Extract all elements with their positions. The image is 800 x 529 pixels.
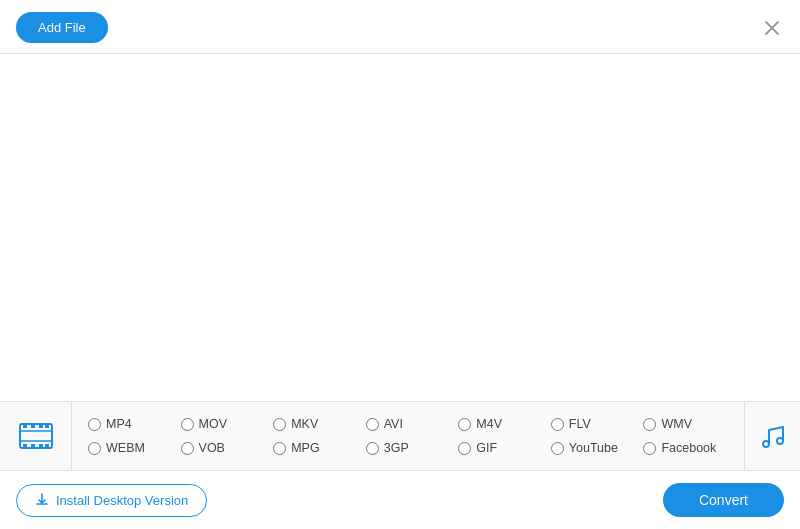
download-icon (35, 493, 49, 507)
format-option-mov[interactable]: MOV (177, 414, 270, 434)
format-option-mpg[interactable]: MPG (269, 438, 362, 458)
svg-point-15 (777, 438, 783, 444)
format-option-mp4[interactable]: MP4 (84, 414, 177, 434)
format-option-3gp[interactable]: 3GP (362, 438, 455, 458)
svg-rect-9 (45, 424, 49, 428)
svg-rect-7 (31, 424, 35, 428)
svg-rect-13 (45, 444, 49, 448)
close-button[interactable] (760, 16, 784, 40)
svg-rect-6 (23, 424, 27, 428)
film-icon (18, 418, 54, 454)
format-option-m4v[interactable]: M4V (454, 414, 547, 434)
svg-point-14 (763, 441, 769, 447)
app-container: Add File (0, 0, 800, 529)
format-option-facebook[interactable]: Facebook (639, 438, 732, 458)
svg-rect-12 (39, 444, 43, 448)
install-label: Install Desktop Version (56, 493, 188, 508)
svg-rect-10 (23, 444, 27, 448)
header: Add File (0, 0, 800, 53)
svg-rect-3 (20, 431, 52, 441)
music-icon (757, 420, 789, 452)
svg-rect-11 (31, 444, 35, 448)
install-desktop-button[interactable]: Install Desktop Version (16, 484, 207, 517)
video-format-icon-box[interactable] (0, 402, 72, 470)
convert-button[interactable]: Convert (663, 483, 784, 517)
format-option-mkv[interactable]: MKV (269, 414, 362, 434)
format-option-vob[interactable]: VOB (177, 438, 270, 458)
format-option-gif[interactable]: GIF (454, 438, 547, 458)
format-option-avi[interactable]: AVI (362, 414, 455, 434)
add-file-button[interactable]: Add File (16, 12, 108, 43)
format-option-youtube[interactable]: YouTube (547, 438, 640, 458)
drop-zone[interactable] (0, 54, 800, 401)
close-icon (764, 20, 780, 36)
format-option-wmv[interactable]: WMV (639, 414, 732, 434)
format-bar: MP4 MOV MKV AVI M4V FLV (0, 401, 800, 471)
format-option-webm[interactable]: WEBM (84, 438, 177, 458)
format-options-grid: MP4 MOV MKV AVI M4V FLV (72, 406, 744, 466)
format-option-flv[interactable]: FLV (547, 414, 640, 434)
footer: Install Desktop Version Convert (0, 471, 800, 529)
svg-rect-8 (39, 424, 43, 428)
audio-format-icon-box[interactable] (744, 402, 800, 470)
